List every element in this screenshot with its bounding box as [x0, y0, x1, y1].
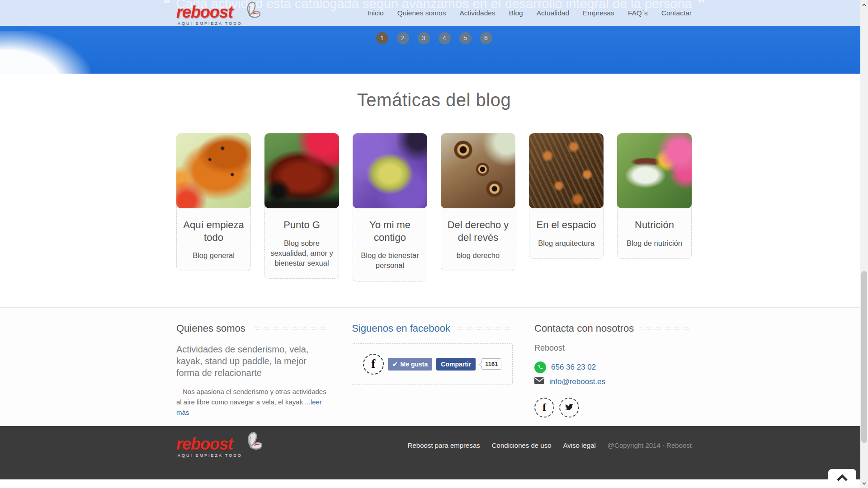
hero-slider: ❝Cada actividad está catalogada según av…	[0, 0, 868, 74]
nav-item-faqs[interactable]: FAQ´s	[628, 9, 648, 17]
logo-tagline: AQUI EMPIEZA TODO	[176, 22, 242, 26]
about-heading: Quienes somos	[176, 323, 330, 334]
nav-item-contactar[interactable]: Contactar	[661, 9, 692, 17]
like-count-badge: 1161	[481, 358, 501, 370]
footer-about-column: Quienes somos Actividades de senderismo,…	[176, 323, 330, 418]
scrollbar-thumb[interactable]	[861, 271, 867, 443]
slider-pagination: 1 2 3 4 5 6	[0, 32, 868, 44]
logo-brand-text: reboost	[176, 4, 242, 20]
blog-cards-row: Aquí empieza todo Blog general Punto G B…	[176, 133, 692, 307]
swallowtail-butterfly-image	[353, 133, 427, 208]
footer-contact-column: Contacta con nosotros Reboost 656 36 23 …	[534, 323, 692, 418]
link-condiciones-de-uso[interactable]: Condiciones de uso	[492, 441, 552, 449]
nav-item-actividades[interactable]: Actividades	[459, 9, 495, 17]
scrollbar-up-arrow[interactable]	[860, 1, 868, 9]
nav-item-inicio[interactable]: Inicio	[368, 9, 384, 17]
blog-card-punto-g[interactable]: Punto G Blog sobre sexualidad, amor y bi…	[264, 133, 339, 279]
facebook-icon[interactable]: f	[363, 354, 384, 375]
dotted-divider	[640, 327, 692, 330]
about-lead: Actividades de senderismo, vela, kayak, …	[176, 343, 330, 379]
footer-facebook-column: Siguenos en facebook f ✔Me gusta Compart…	[352, 323, 513, 418]
slide-dot-1[interactable]: 1	[376, 32, 388, 44]
butterfly-logo-icon	[240, 431, 263, 451]
card-title: En el espacio	[532, 219, 600, 231]
facebook-heading: Siguenos en facebook	[352, 323, 513, 334]
nav-item-empresas[interactable]: Empresas	[583, 9, 614, 17]
blog-card-yo-mi-me-contigo[interactable]: Yo mi me contigo Blog de bienestar perso…	[353, 133, 427, 282]
monarch-cluster-image	[529, 133, 604, 208]
nav-item-actualidad[interactable]: Actualidad	[537, 9, 569, 17]
dotted-divider	[252, 327, 330, 330]
copyright-text: @Copyright 2014 - Reboost	[608, 441, 692, 449]
nav-item-quienes-somos[interactable]: Quienes somos	[397, 9, 446, 17]
legal-links: Reboost para empresas Condiciones de uso…	[408, 441, 692, 449]
slide-dot-3[interactable]: 3	[418, 32, 430, 44]
twitter-circle-icon[interactable]	[559, 398, 579, 418]
slide-dot-4[interactable]: 4	[439, 32, 451, 44]
link-reboost-para-empresas[interactable]: Reboost para empresas	[408, 441, 480, 449]
blog-card-aqui-empieza-todo[interactable]: Aquí empieza todo Blog general	[176, 133, 251, 271]
card-subtitle: Blog sobre sexualidad, amor y bienestar …	[269, 238, 334, 268]
logo-tagline: AQUI EMPIEZA TODO	[176, 454, 242, 458]
bottom-bar: reboost AQUI EMPIEZA TODO Reboost para e…	[0, 426, 868, 479]
link-aviso-legal[interactable]: Aviso legal	[563, 441, 596, 449]
card-title: Del derecho y del revés	[444, 219, 512, 244]
blog-card-nutricion[interactable]: Nutrición Blog de nutrición	[617, 133, 692, 259]
card-title: Yo mi me contigo	[356, 219, 424, 244]
about-body: Nos apasiona el senderismo y otras activ…	[176, 386, 330, 418]
facebook-circle-icon[interactable]: f	[534, 398, 554, 418]
dotted-divider	[457, 327, 513, 330]
vertical-scrollbar[interactable]	[860, 0, 868, 488]
card-subtitle: Blog de nutrición	[622, 238, 687, 248]
facebook-share-button[interactable]: Compartir	[436, 358, 476, 371]
whatsapp-icon	[534, 361, 546, 373]
top-navbar: reboost AQUI EMPIEZA TODO Inicio Quienes…	[0, 0, 868, 26]
facebook-like-button[interactable]: ✔Me gusta	[388, 358, 432, 371]
red-butterfly-image	[264, 133, 339, 208]
brown-butterfly-image	[441, 133, 515, 208]
scrollbar-down-arrow[interactable]	[860, 479, 868, 487]
card-subtitle: Blog arquitectura	[534, 238, 599, 248]
card-subtitle: blog derecho	[446, 250, 510, 260]
card-title: Nutrición	[620, 219, 689, 231]
card-subtitle: Blog de bienestar personal	[358, 250, 422, 271]
footer-logo-reboost[interactable]: reboost AQUI EMPIEZA TODO	[176, 431, 263, 458]
site-footer: Quienes somos Actividades de senderismo,…	[0, 307, 868, 426]
orange-butterfly-image	[176, 133, 251, 208]
email-link[interactable]: info@reboost.es	[549, 377, 605, 386]
blog-themes-section: Temáticas del blog Aquí empieza todo Blo…	[0, 74, 868, 307]
scroll-to-top-button[interactable]	[828, 469, 856, 488]
company-name: Reboost	[534, 343, 692, 353]
envelope-icon	[534, 377, 544, 386]
slide-dot-6[interactable]: 6	[480, 32, 492, 44]
logo-reboost[interactable]: reboost AQUI EMPIEZA TODO	[176, 0, 261, 26]
facebook-widget: f ✔Me gusta Compartir 1161	[352, 343, 513, 385]
contact-heading: Contacta con nosotros	[534, 323, 692, 334]
glasswing-butterfly-image	[617, 133, 692, 208]
email-row: info@reboost.es	[534, 377, 692, 386]
phone-link[interactable]: 656 36 23 02	[551, 363, 596, 372]
main-nav: Inicio Quienes somos Actividades Blog Ac…	[368, 9, 692, 17]
phone-row: 656 36 23 02	[534, 361, 692, 373]
reboost-blog-page: ❝Cada actividad está catalogada según av…	[0, 0, 868, 488]
card-title: Punto G	[268, 219, 336, 231]
social-links: f	[534, 398, 692, 418]
slide-dot-2[interactable]: 2	[397, 32, 409, 44]
butterfly-logo-icon	[240, 0, 261, 19]
logo-brand-text: reboost	[176, 436, 242, 452]
blog-card-en-el-espacio[interactable]: En el espacio Blog arquitectura	[529, 133, 604, 259]
nav-item-blog[interactable]: Blog	[509, 9, 523, 17]
check-icon: ✔	[392, 361, 398, 368]
card-subtitle: Blog general	[181, 250, 246, 260]
chevron-up-icon	[836, 474, 849, 482]
slide-dot-5[interactable]: 5	[459, 32, 472, 44]
card-title: Aquí empieza todo	[179, 219, 248, 244]
blog-card-del-derecho-y-del-reves[interactable]: Del derecho y del revés blog derecho	[441, 133, 515, 271]
page-title: Temáticas del blog	[0, 74, 868, 110]
